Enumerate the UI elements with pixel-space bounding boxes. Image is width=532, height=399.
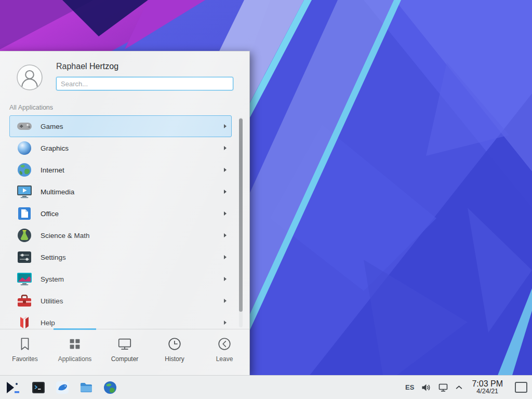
category-item-settings[interactable]: Settings — [9, 246, 232, 268]
browser-globe-icon[interactable] — [103, 380, 117, 395]
show-desktop-button[interactable] — [515, 382, 527, 393]
chevron-right-icon — [224, 299, 227, 303]
help-books-icon — [16, 314, 33, 328]
clock-date: 4/24/21 — [472, 388, 503, 395]
tab-computer[interactable]: Computer — [100, 329, 150, 376]
tab-label: Leave — [216, 355, 233, 363]
tab-favorites[interactable]: Favorites — [0, 329, 50, 376]
desktop: Raphael Hertzog All Applications Games G… — [0, 0, 532, 399]
clock-time: 7:03 PM — [472, 379, 503, 389]
user-name: Raphael Hertzog — [56, 62, 118, 71]
gamepad-icon — [16, 118, 33, 135]
application-launcher-button[interactable] — [4, 379, 22, 396]
user-avatar[interactable] — [17, 64, 43, 90]
category-item-graphics[interactable]: Graphics — [9, 137, 232, 159]
tab-applications[interactable]: Applications — [50, 329, 100, 376]
science-flask-icon — [16, 227, 33, 244]
keyboard-layout-indicator[interactable]: ES — [405, 383, 414, 391]
chevron-right-icon — [224, 277, 227, 281]
chevron-right-icon — [224, 255, 227, 259]
category-label: Science & Math — [41, 232, 224, 240]
system-monitor-icon — [16, 271, 33, 287]
launcher-footer-tabs: Favorites Applications Computer History — [0, 329, 249, 376]
digital-clock[interactable]: 7:03 PM 4/24/21 — [472, 379, 503, 395]
category-item-office[interactable]: Office — [9, 203, 232, 224]
scrollbar[interactable] — [239, 117, 243, 327]
graphics-sphere-icon — [16, 140, 33, 156]
category-item-utilities[interactable]: Utilities — [9, 290, 232, 312]
section-label: All Applications — [9, 104, 53, 111]
tab-leave[interactable]: Leave — [200, 329, 249, 376]
chevron-right-icon — [224, 211, 227, 216]
chevron-right-icon — [224, 190, 227, 194]
office-document-icon — [16, 205, 33, 222]
chevron-right-icon — [224, 321, 227, 325]
taskbar-left — [0, 379, 117, 396]
dolphin-icon[interactable] — [55, 380, 70, 395]
tab-history[interactable]: History — [150, 329, 200, 376]
category-list: Games Graphics Internet — [9, 115, 232, 328]
tab-label: Favorites — [12, 355, 37, 363]
category-label: Utilities — [41, 297, 224, 305]
chevron-right-icon — [224, 168, 227, 172]
category-label: Internet — [41, 166, 224, 174]
scrollbar-thumb[interactable] — [239, 118, 243, 312]
category-label: Games — [41, 123, 224, 130]
application-launcher-menu: Raphael Hertzog All Applications Games G… — [0, 51, 250, 375]
settings-sliders-icon — [16, 249, 33, 265]
search-input[interactable] — [56, 77, 233, 90]
category-label: Help — [41, 319, 224, 327]
folder-icon[interactable] — [79, 380, 94, 395]
bookmark-icon — [17, 336, 33, 352]
chevron-right-icon — [224, 124, 227, 128]
konsole-icon[interactable] — [31, 380, 46, 395]
category-item-help[interactable]: Help — [9, 312, 232, 328]
user-avatar-icon — [17, 64, 43, 90]
multimedia-screen-icon — [16, 183, 33, 200]
category-label: Graphics — [41, 144, 224, 152]
category-label: Settings — [41, 254, 224, 261]
category-item-multimedia[interactable]: Multimedia — [9, 181, 232, 203]
tab-label: Computer — [111, 355, 139, 363]
tray-expand-caret-icon[interactable] — [455, 384, 463, 390]
kali-launcher-icon — [4, 379, 22, 396]
category-item-games[interactable]: Games — [9, 115, 232, 137]
chevron-right-icon — [224, 233, 227, 237]
category-label: Office — [41, 210, 224, 218]
globe-icon — [16, 162, 33, 178]
history-clock-icon — [167, 336, 182, 352]
leave-icon — [217, 336, 232, 352]
taskbar: ES 7:03 PM 4/24/21 — [0, 375, 532, 399]
category-item-system[interactable]: System — [9, 268, 232, 290]
tab-label: History — [165, 355, 184, 363]
system-tray: ES 7:03 PM 4/24/21 — [405, 379, 532, 395]
apps-grid-icon — [67, 336, 83, 352]
category-item-internet[interactable]: Internet — [9, 159, 232, 181]
chevron-right-icon — [224, 146, 227, 150]
category-item-science-math[interactable]: Science & Math — [9, 224, 232, 246]
category-label: Multimedia — [41, 188, 224, 196]
network-display-icon[interactable] — [438, 382, 448, 393]
computer-icon — [117, 336, 132, 352]
volume-icon[interactable] — [421, 382, 431, 393]
tab-label: Applications — [58, 355, 92, 363]
utilities-toolbox-icon — [16, 292, 33, 309]
category-label: System — [41, 275, 224, 283]
